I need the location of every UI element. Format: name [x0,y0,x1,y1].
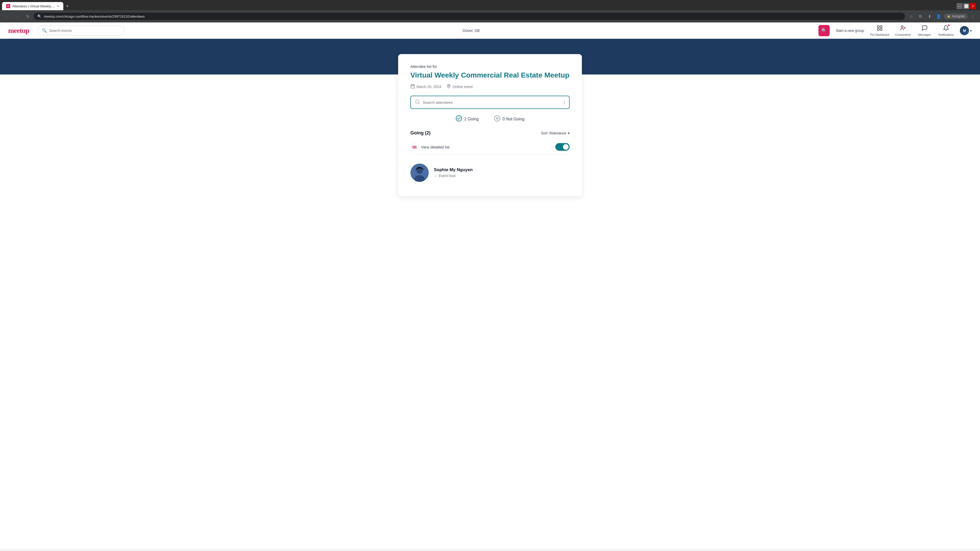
navbar: meetup 🔍 Dover, DE 🔍 Start a new group [0,22,980,39]
search-icon: 🔍 [42,28,47,33]
nav-actions: Pro Dashboard Connections [870,25,972,36]
notifications-icon [943,25,949,33]
pro-dashboard-icon [877,25,883,33]
user-avatar-container[interactable]: M ▾ [960,26,972,35]
main-content: Attendee list for Virtual Weekly Commerc… [0,54,980,206]
browser-chrome: M Attendees | Virtual Weekly Com × + — ⬜… [0,0,980,22]
search-input[interactable] [49,29,120,33]
tab-close-btn[interactable]: × [57,4,59,8]
messages-label: Messages [918,33,931,36]
attendee-name: Sophie My Nguyen [434,167,473,172]
svg-rect-5 [411,85,414,88]
not-going-cross-icon [494,115,501,123]
event-title: Virtual Weekly Commercial Real Estate Me… [410,71,570,80]
start-group-btn[interactable]: Start a new group [836,29,864,33]
event-meta: March 20, 2024 Online event [410,84,570,89]
active-tab[interactable]: M Attendees | Virtual Weekly Com × [2,2,63,10]
connections-label: Connections [895,33,911,36]
sort-chevron-icon: ▾ [568,131,570,135]
detailed-list-row: m View detailed list ✓ [410,140,570,154]
nav-messages[interactable]: Messages [917,25,932,36]
svg-rect-3 [880,29,882,30]
going-check-icon [455,115,462,123]
connections-icon [900,25,906,33]
calendar-icon [410,84,415,89]
nav-connections[interactable]: Connections [895,25,911,36]
download-btn[interactable]: ⬇ [925,12,934,21]
attendee-list-for-label: Attendee list for [410,64,570,68]
tab-title: Attendees | Virtual Weekly Com [12,4,55,8]
search-submit-icon: 🔍 [821,28,827,33]
svg-rect-1 [880,26,882,27]
window-close-btn[interactable]: × [970,3,976,9]
event-location-text: Online event [452,85,473,89]
notifications-label: Notifications [939,33,954,36]
svg-text:m: m [412,144,417,149]
status-tabs: 2 Going 0 Not Going [410,115,570,123]
tab-favicon: M [6,4,10,8]
attendee-avatar-img [410,164,429,182]
nav-pro-dashboard[interactable]: Pro Dashboard [870,25,889,36]
back-btn[interactable]: ← [3,12,11,21]
svg-point-11 [456,116,462,121]
location-display[interactable]: Dover, DE [130,28,813,33]
detailed-list-label: View detailed list [421,145,449,149]
event-location: Online event [446,84,473,89]
sort-label: Sort: Relevance [541,131,566,135]
messages-icon [921,25,928,33]
search-bar[interactable]: 🔍 [38,26,124,35]
attendee-search-box[interactable]: | [410,96,570,109]
svg-point-4 [901,26,903,28]
browser-menu-btn[interactable]: ⋮ [969,12,977,21]
going-count-label: 2 Going [464,117,479,121]
attendee-search-icon [415,99,420,105]
detailed-list-toggle[interactable]: ✓ [555,143,570,151]
notification-badge [948,24,950,27]
star-icon: ☆ [434,173,438,178]
attendee-item[interactable]: Sophie My Nguyen ☆ Event host [410,159,570,186]
search-submit-btn[interactable]: 🔍 [818,25,830,36]
browser-action-buttons: ☆ ⧉ ⬇ 👤 🕵️ Incognito ⋮ [907,12,977,21]
sort-dropdown[interactable]: Sort: Relevance ▾ [541,131,570,135]
meetup-logo[interactable]: meetup [8,27,29,35]
bookmark-btn[interactable]: ☆ [907,12,915,21]
new-tab-btn[interactable]: + [63,2,72,10]
not-going-tab[interactable]: 0 Not Going [494,115,524,123]
attendee-search-input[interactable] [423,100,562,105]
incognito-badge[interactable]: 🕵️ Incognito [944,14,968,19]
forward-btn[interactable]: → [13,12,21,21]
incognito-icon: 🕵️ [947,14,951,18]
event-date-text: March 20, 2024 [417,85,441,89]
browser-tabs: M Attendees | Virtual Weekly Com × + — ⬜… [0,0,980,10]
address-bar[interactable]: 🔍 meetup.com/chicago-cashflow-hackers/ev… [34,13,905,20]
attendee-info: Sophie My Nguyen ☆ Event host [434,167,473,178]
window-minimize-btn[interactable]: — [956,3,963,9]
detailed-list-info: m View detailed list [410,143,449,151]
going-section-title: Going (2) [410,130,431,136]
avatar-image: M [960,26,969,35]
content-card: Attendee list for Virtual Weekly Commerc… [398,54,582,196]
nav-notifications[interactable]: Notifications [939,25,954,36]
attendee-avatar [410,164,429,182]
pro-dashboard-label: Pro Dashboard [870,33,889,36]
address-url[interactable]: meetup.com/chicago-cashflow-hackers/even… [44,14,901,18]
toggle-check-icon: ✓ [565,145,568,149]
extensions-btn[interactable]: ⧉ [916,12,924,21]
refresh-btn[interactable]: ↻ [24,12,32,21]
event-date: March 20, 2024 [410,84,441,89]
svg-rect-2 [877,29,879,30]
window-resize-btn[interactable]: ⬜ [963,3,969,9]
meetup-m-icon: m [410,143,418,151]
address-search-icon: 🔍 [37,14,41,18]
attendee-role: ☆ Event host [434,173,473,178]
cursor-indicator: | [564,100,565,104]
profile-switch-btn[interactable]: 👤 [935,12,943,21]
location-icon [446,84,451,89]
avatar-chevron: ▾ [970,29,972,33]
incognito-label: Incognito [952,14,965,18]
user-avatar: M [960,26,969,35]
section-header: Going (2) Sort: Relevance ▾ [410,130,570,136]
app-container: meetup 🔍 Dover, DE 🔍 Start a new group [0,22,980,549]
going-tab[interactable]: 2 Going [455,115,479,123]
svg-point-9 [448,85,449,86]
